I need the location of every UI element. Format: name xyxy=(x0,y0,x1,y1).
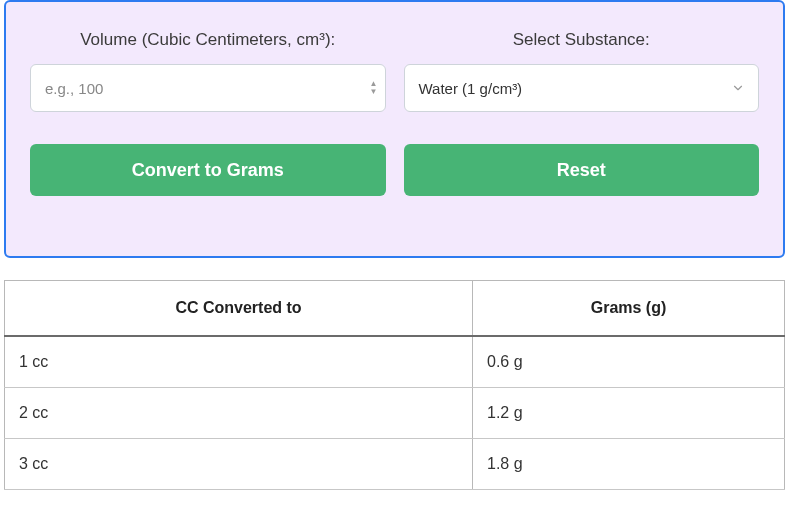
table-row: 2 cc1.2 g xyxy=(5,388,785,439)
volume-input[interactable] xyxy=(30,64,386,112)
cell-grams: 0.6 g xyxy=(473,336,785,388)
table-row: 1 cc0.6 g xyxy=(5,336,785,388)
cell-cc: 2 cc xyxy=(5,388,473,439)
substance-selected-value: Water (1 g/cm³) xyxy=(419,80,523,97)
cell-cc: 3 cc xyxy=(5,439,473,490)
substance-label: Select Substance: xyxy=(404,30,760,50)
cell-grams: 1.2 g xyxy=(473,388,785,439)
substance-select[interactable]: Water (1 g/cm³) xyxy=(404,64,760,112)
cell-grams: 1.8 g xyxy=(473,439,785,490)
table-row: 3 cc1.8 g xyxy=(5,439,785,490)
volume-label: Volume (Cubic Centimeters, cm³): xyxy=(30,30,386,50)
col-header-cc: CC Converted to xyxy=(5,281,473,337)
reset-button[interactable]: Reset xyxy=(404,144,760,196)
cell-cc: 1 cc xyxy=(5,336,473,388)
convert-button[interactable]: Convert to Grams xyxy=(30,144,386,196)
col-header-grams: Grams (g) xyxy=(473,281,785,337)
converter-panel: Volume (Cubic Centimeters, cm³): ▲▼ Sele… xyxy=(4,0,785,258)
conversion-table: CC Converted to Grams (g) 1 cc0.6 g2 cc1… xyxy=(4,280,785,490)
